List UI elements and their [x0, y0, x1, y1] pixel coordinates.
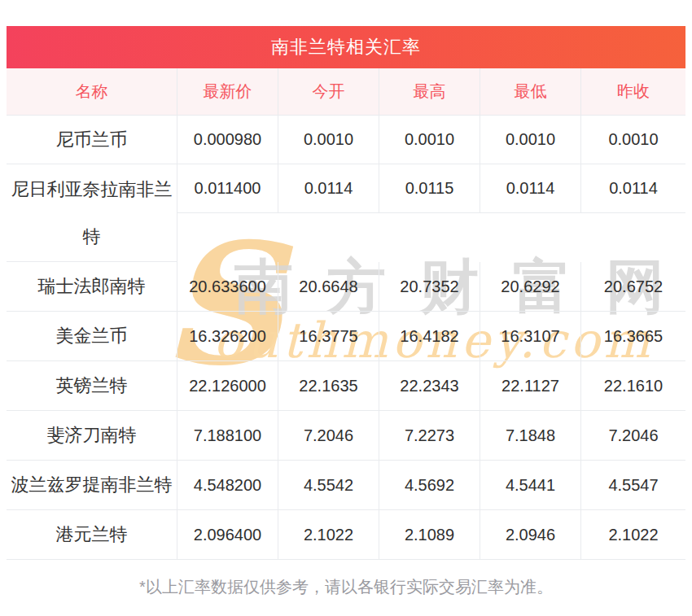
value-cell: 2.0946 — [480, 510, 581, 560]
table-row: 港元兰特 2.096400 2.1022 2.1089 2.0946 2.102… — [7, 510, 685, 560]
header-name: 名称 — [7, 68, 177, 116]
value-cell: 22.126000 — [177, 361, 278, 411]
value-cell: 22.1610 — [581, 361, 685, 411]
table-header-row: 名称 最新价 今开 最高 最低 昨收 — [7, 68, 685, 116]
value-cell: 0.0010 — [480, 116, 581, 164]
value-cell: 20.6292 — [480, 262, 581, 312]
value-cell: 16.326200 — [177, 312, 278, 361]
value-cell: 0.0010 — [379, 116, 480, 164]
value-cell: 2.1089 — [379, 510, 480, 560]
value-cell: 7.188100 — [177, 411, 278, 461]
value-cell: 4.5547 — [581, 461, 685, 510]
value-cell: 4.5542 — [278, 461, 379, 510]
value-cell: 0.000980 — [177, 116, 278, 164]
disclaimer-note: *以上汇率数据仅供参考，请以各银行实际交易汇率为准。 — [0, 576, 692, 598]
table-row: 波兰兹罗提南非兰特 4.548200 4.5542 4.5692 4.5441 … — [7, 461, 685, 510]
name-cell: 英镑兰特 — [7, 361, 177, 411]
value-cell: 0.0010 — [278, 116, 379, 164]
value-cell: 0.0010 — [581, 116, 685, 164]
value-cell: 20.6752 — [581, 262, 685, 312]
table-row: 英镑兰特 22.126000 22.1635 22.2343 22.1127 2… — [7, 361, 685, 411]
value-cell: 7.2046 — [278, 411, 379, 461]
value-cell: 22.1127 — [480, 361, 581, 411]
name-cell: 尼币兰币 — [7, 116, 177, 164]
exchange-rate-table: 南非兰特相关汇率 名称 最新价 今开 最高 最低 昨收 尼币兰币 0.00098… — [7, 26, 685, 560]
value-cell: 7.1848 — [480, 411, 581, 461]
name-cell: 波兰兹罗提南非兰特 — [7, 461, 177, 510]
value-cell: 2.096400 — [177, 510, 278, 560]
table-title: 南非兰特相关汇率 — [271, 35, 421, 59]
value-cell: 20.6648 — [278, 262, 379, 312]
name-cell: 瑞士法郎南特 — [7, 262, 177, 312]
header-open: 今开 — [278, 68, 379, 116]
value-cell: 0.011400 — [177, 164, 278, 213]
value-cell: 22.1635 — [278, 361, 379, 411]
table-row: 瑞士法郎南特 20.633600 20.6648 20.7352 20.6292… — [7, 262, 685, 312]
value-cell: 16.3107 — [480, 312, 581, 361]
value-cell: 16.4182 — [379, 312, 480, 361]
table-row: 尼币兰币 0.000980 0.0010 0.0010 0.0010 0.001… — [7, 116, 685, 164]
value-cell: 0.0115 — [379, 164, 480, 213]
value-cell: 4.5692 — [379, 461, 480, 510]
value-cell: 7.2273 — [379, 411, 480, 461]
value-cell: 0.0114 — [480, 164, 581, 213]
value-cell: 16.3775 — [278, 312, 379, 361]
header-high: 最高 — [379, 68, 480, 116]
value-cell: 2.1022 — [581, 510, 685, 560]
value-cell: 20.7352 — [379, 262, 480, 312]
name-cell: 美金兰币 — [7, 312, 177, 361]
table-row: 尼日利亚奈拉南非兰特 0.011400 0.0114 0.0115 0.0114… — [7, 164, 685, 262]
name-cell: 尼日利亚奈拉南非兰特 — [7, 164, 177, 262]
header-prev-close: 昨收 — [581, 68, 685, 116]
header-latest: 最新价 — [177, 68, 278, 116]
value-cell: 7.2046 — [581, 411, 685, 461]
table-row: 美金兰币 16.326200 16.3775 16.4182 16.3107 1… — [7, 312, 685, 361]
value-cell: 16.3665 — [581, 312, 685, 361]
name-cell: 斐济刀南特 — [7, 411, 177, 461]
value-cell: 4.5441 — [480, 461, 581, 510]
name-cell: 港元兰特 — [7, 510, 177, 560]
table-row: 斐济刀南特 7.188100 7.2046 7.2273 7.1848 7.20… — [7, 411, 685, 461]
table-title-bar: 南非兰特相关汇率 — [7, 26, 685, 68]
header-low: 最低 — [480, 68, 581, 116]
value-cell: 20.633600 — [177, 262, 278, 312]
value-cell: 22.2343 — [379, 361, 480, 411]
value-cell: 2.1022 — [278, 510, 379, 560]
value-cell: 0.0114 — [581, 164, 685, 213]
value-cell: 0.0114 — [278, 164, 379, 213]
value-cell: 4.548200 — [177, 461, 278, 510]
